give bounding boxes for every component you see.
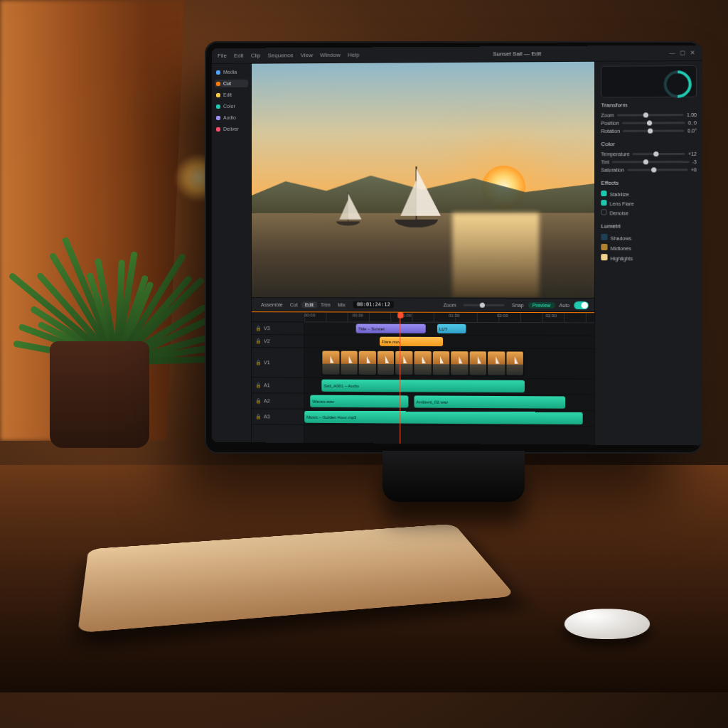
playhead[interactable] — [400, 313, 400, 444]
clip[interactable]: Ambient_02.wav — [414, 395, 565, 408]
inspector-lumetri: LumetriShadowsMidtonesHighlights — [601, 223, 697, 262]
param-rotation[interactable]: Rotation0.0° — [601, 127, 697, 135]
toggle-stabilize[interactable]: Stabilize — [601, 189, 697, 198]
window-controls[interactable]: — ▢ ✕ — [669, 50, 697, 56]
menu-file[interactable]: File — [218, 53, 227, 59]
track-lock-icon[interactable]: 🔒 — [255, 382, 262, 388]
clip[interactable] — [321, 350, 524, 377]
nav-color[interactable]: Color — [215, 102, 248, 110]
track-lane-a1[interactable]: Sail_A001 – Audio — [304, 378, 594, 395]
checkbox-icon[interactable] — [601, 191, 606, 196]
section-title: Effects — [601, 180, 697, 186]
menu-window[interactable]: Window — [320, 52, 341, 58]
nav-cut[interactable]: Cut — [215, 80, 248, 87]
color-swatch-icon[interactable] — [601, 234, 607, 240]
track-lane-a2[interactable]: Waves.wavAmbient_02.wav — [304, 394, 594, 411]
param-slider[interactable] — [612, 161, 689, 163]
param-slider[interactable] — [623, 129, 685, 132]
track-lock-icon[interactable]: 🔒 — [255, 326, 262, 331]
menu-help[interactable]: Help — [348, 52, 360, 58]
auto-toggle[interactable] — [574, 301, 588, 309]
timeline-zoom-slider[interactable] — [464, 304, 505, 306]
menu-view[interactable]: View — [301, 52, 313, 58]
nav-media[interactable]: Media — [215, 68, 248, 76]
track-header-v3[interactable]: 🔒V3 — [252, 322, 304, 335]
track-header-a1[interactable]: 🔒A1 — [252, 378, 304, 393]
clip-thumbnails — [321, 350, 524, 377]
track-name: A1 — [264, 382, 270, 387]
ruler-tick: 02:30 — [546, 314, 557, 318]
track-header-v2[interactable]: 🔒V2 — [252, 335, 304, 348]
track-lane-v2[interactable]: Flare.mov — [304, 335, 594, 348]
timeline-body[interactable]: 00:0000:3001:0001:3002:0002:3003:00 Titl… — [304, 312, 594, 444]
track-header-v1[interactable]: 🔒V1 — [252, 348, 304, 378]
clip[interactable]: LUT — [437, 324, 466, 333]
program-monitor[interactable] — [252, 62, 594, 298]
track-lane-v1[interactable] — [304, 348, 594, 379]
nav-deliver[interactable]: Deliver — [215, 125, 248, 133]
mode-trim[interactable]: Trim — [317, 301, 334, 308]
param-label: Zoom — [601, 113, 614, 118]
param-slider[interactable] — [633, 153, 685, 155]
track-lane-a3[interactable]: Music – Golden Hour.mp3 — [304, 410, 594, 427]
toggle-label: Denoise — [610, 210, 628, 215]
param-position[interactable]: Position0, 0 — [601, 119, 697, 127]
swatch-shadows[interactable]: Shadows — [601, 232, 697, 242]
track-name: V1 — [264, 360, 270, 365]
mode-cut[interactable]: Cut — [287, 301, 301, 308]
nav-audio[interactable]: Audio — [215, 114, 248, 122]
param-label: Position — [601, 121, 619, 126]
clip[interactable]: Flare.mov — [380, 337, 443, 346]
track-lock-icon[interactable]: 🔒 — [255, 414, 262, 419]
nav-edit[interactable]: Edit — [215, 91, 248, 99]
swatch-highlights[interactable]: Highlights — [601, 252, 697, 262]
nav-label: Audio — [223, 115, 236, 120]
render-status[interactable]: Preview — [528, 301, 555, 308]
section-title: Transform — [601, 102, 697, 109]
timeline[interactable]: 🔒V3🔒V2🔒V1🔒A1🔒A2🔒A3 00:0000:3001:0001:300… — [252, 311, 594, 444]
track-lock-icon[interactable]: 🔒 — [255, 398, 262, 404]
track-lock-icon[interactable]: 🔒 — [255, 360, 262, 365]
param-label: Rotation — [601, 129, 620, 134]
nav-label: Deliver — [223, 127, 239, 132]
toggle-lens flare[interactable]: Lens Flare — [601, 198, 697, 208]
param-zoom[interactable]: Zoom1.00 — [601, 111, 697, 119]
menu-clip[interactable]: Clip — [251, 53, 261, 59]
toggle-denoise[interactable]: Denoise — [601, 208, 697, 217]
timecode-display[interactable]: 00:01:24:12 — [353, 301, 394, 308]
color-swatch-icon[interactable] — [601, 254, 607, 260]
checkbox-icon[interactable] — [601, 209, 606, 215]
section-title: Lumetri — [601, 223, 697, 229]
clip-label: LUT — [439, 326, 448, 331]
color-scope[interactable] — [601, 65, 697, 97]
track-name: A3 — [264, 414, 270, 419]
clip[interactable]: Sail_A001 – Audio — [321, 380, 524, 392]
track-lane-v3[interactable]: Title – SunsetLUT — [304, 322, 594, 336]
track-header-a3[interactable]: 🔒A3 — [252, 409, 304, 424]
param-saturation[interactable]: Saturation+8 — [601, 166, 697, 173]
clip[interactable]: Waves.wav — [310, 395, 408, 408]
track-headers: 🔒V3🔒V2🔒V1🔒A1🔒A2🔒A3 — [252, 312, 304, 443]
mode-assemble[interactable]: Assemble — [257, 301, 287, 308]
time-ruler[interactable]: 00:0000:3001:0001:3002:0002:3003:00 — [304, 312, 594, 323]
param-slider[interactable] — [622, 122, 685, 124]
clip[interactable]: Title – Sunset — [356, 324, 425, 333]
track-lock-icon[interactable]: 🔒 — [255, 338, 262, 344]
swatch-midtones[interactable]: Midtones — [601, 242, 697, 252]
track-header-a2[interactable]: 🔒A2 — [252, 393, 304, 409]
color-swatch-icon[interactable] — [601, 244, 607, 250]
menu-edit[interactable]: Edit — [234, 53, 244, 59]
param-value: +12 — [688, 151, 697, 156]
param-slider[interactable] — [627, 168, 687, 171]
param-temperature[interactable]: Temperature+12 — [601, 150, 697, 159]
menu-sequence[interactable]: Sequence — [268, 52, 294, 58]
mode-mix[interactable]: Mix — [334, 301, 349, 308]
clip[interactable]: Music – Golden Hour.mp3 — [304, 411, 582, 424]
toggle-label: Stabilize — [610, 192, 629, 197]
checkbox-icon[interactable] — [601, 200, 606, 205]
swatch-label: Shadows — [611, 236, 632, 241]
mode-edit[interactable]: Edit — [301, 301, 317, 308]
param-slider[interactable] — [617, 114, 684, 116]
track-name: A2 — [264, 398, 270, 403]
param-tint[interactable]: Tint-3 — [601, 158, 697, 166]
